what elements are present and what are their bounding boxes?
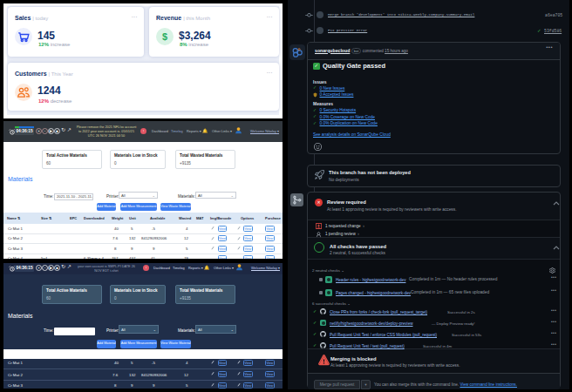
svg-text:$: $ xyxy=(162,31,167,42)
